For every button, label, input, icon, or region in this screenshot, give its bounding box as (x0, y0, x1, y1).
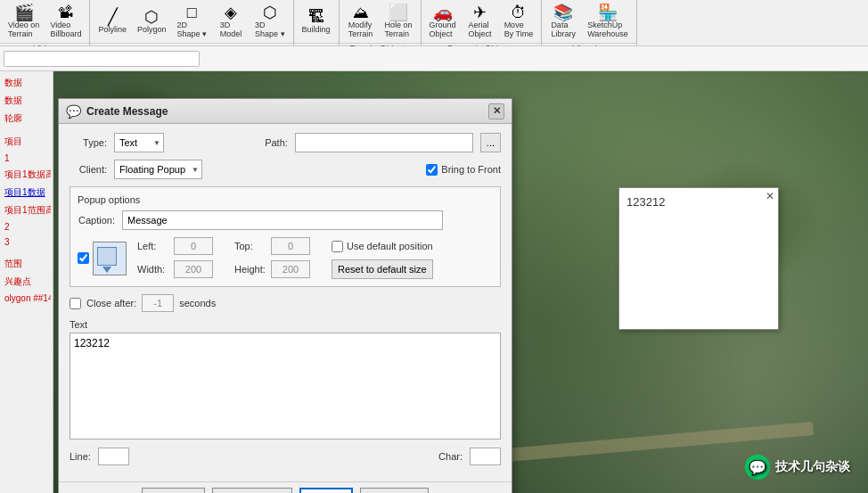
toolbar-section-building: 🏗 Building (294, 0, 340, 45)
left-label: Left: (137, 241, 168, 251)
path-label: Path: (250, 137, 288, 148)
use-default-checkbox[interactable] (332, 241, 343, 252)
text-input[interactable]: 123212 (70, 333, 501, 440)
height-input[interactable] (271, 260, 310, 278)
dialog-overlay: 💬 Create Message ✕ Type: Text Image Vide… (0, 71, 868, 493)
browse-button[interactable]: ... (480, 133, 501, 152)
modify-terrain-button[interactable]: ⛰ ModifyTerrain (343, 2, 379, 41)
dialog-title-icon: 💬 (66, 104, 81, 119)
position-container: Left: Top: Use default position (78, 237, 493, 279)
data-library-button[interactable]: 📚 DataLibrary (545, 2, 581, 41)
height-label: Height: (234, 264, 266, 275)
dialog-title-text: Create Message (86, 105, 168, 118)
client-label: Client: (70, 164, 107, 175)
caption-label: Caption: (78, 215, 115, 226)
polygon-button[interactable]: ⬡ Polygon (133, 6, 171, 37)
left-top-row: Left: Top: Use default position (137, 237, 493, 255)
building-icon: 🏗 (308, 9, 324, 25)
preview-button[interactable]: Preview... (212, 488, 292, 493)
move-by-time-button[interactable]: ⏱ MoveBy Time (500, 2, 538, 41)
ok-button[interactable]: OK (299, 488, 354, 493)
cancel-button[interactable]: Cancel (360, 488, 428, 493)
bring-to-front-label[interactable]: Bring to Front (426, 164, 501, 176)
close-after-label: Close after: (86, 298, 136, 308)
secondary-toolbar: Polygon Properties (0, 46, 868, 71)
3d-model-icon: ◈ (225, 4, 237, 21)
ground-object-icon: 🚗 (433, 4, 453, 21)
top-label: Top: (234, 241, 266, 251)
aerial-object-button[interactable]: ✈ AerialObject (463, 2, 498, 41)
reset-button[interactable]: Reset (142, 488, 205, 493)
text-section-title: Text (70, 319, 501, 330)
bring-to-front-text: Bring to Front (441, 164, 501, 175)
dialog-buttons: Reset Preview... OK Cancel (59, 481, 512, 493)
caption-input[interactable] (122, 210, 443, 230)
client-select[interactable]: Floating Popup Browser Custom (114, 160, 202, 179)
toolbar-section-drawing: ╱ Polyline ⬡ Polygon □ 2DShape ▾ ◈ 3DMod… (90, 0, 293, 45)
3d-shape-icon: ⬡ (263, 4, 277, 21)
width-label: Width: (137, 264, 168, 275)
close-after-input[interactable] (142, 294, 174, 312)
toolbar-section-libraries: 📚 DataLibrary 🏪 SketchUpWarehouse Librar… (542, 0, 637, 45)
data-library-icon: 📚 (553, 4, 573, 21)
bring-to-front-checkbox[interactable] (426, 164, 438, 176)
3d-model-button[interactable]: ◈ 3DModel (213, 2, 249, 41)
building-section-label (294, 43, 339, 45)
aerial-object-icon: ✈ (473, 4, 487, 21)
popup-show-checkbox[interactable] (78, 252, 89, 264)
line-label: Line: (70, 451, 91, 462)
text-area-wrapper: 123212 (70, 333, 501, 442)
drawing-section-label (90, 43, 292, 45)
width-input[interactable] (174, 260, 213, 278)
width-height-row: Width: Height: Reset to default size (137, 259, 493, 279)
hole-on-terrain-button[interactable]: ⬜ Hole onTerrain (381, 2, 417, 41)
dialog-title-left: 💬 Create Message (66, 104, 168, 119)
line-char-row: Line: Char: (70, 448, 501, 465)
ground-object-button[interactable]: 🚗 GroundObject (425, 2, 461, 41)
type-select[interactable]: Text Image Video (114, 133, 164, 152)
create-message-dialog: 💬 Create Message ✕ Type: Text Image Vide… (58, 98, 512, 493)
video-on-terrain-button[interactable]: 🎬 Video onTerrain (4, 2, 44, 41)
dialog-close-button[interactable]: ✕ (488, 103, 504, 119)
use-default-text: Use default position (347, 241, 433, 251)
video-billboard-button[interactable]: 📽 VideoBillboard (45, 2, 86, 41)
main-toolbar: 🎬 Video onTerrain 📽 VideoBillboard Video… (0, 0, 868, 46)
3d-shape-button[interactable]: ⬡ 3DShape ▾ (250, 2, 290, 41)
dialog-titlebar[interactable]: 💬 Create Message ✕ (59, 99, 512, 124)
line-input[interactable] (98, 448, 129, 465)
main-area: 数据 数据 轮廓 项目 1 项目1数据高 项目1数据 项目1范围高 2 3 范围… (0, 71, 868, 493)
path-input[interactable] (295, 133, 473, 152)
move-by-time-icon: ⏱ (511, 4, 527, 21)
polygon-properties-input[interactable]: Polygon Properties (4, 51, 200, 67)
position-fields: Left: Top: Use default position (137, 237, 493, 279)
type-path-row: Type: Text Image Video Path: ... (70, 133, 501, 152)
char-label: Char: (438, 451, 463, 462)
caption-row: Caption: (78, 210, 493, 230)
2d-shape-icon: □ (187, 4, 197, 21)
top-input[interactable] (271, 237, 310, 255)
seconds-label: seconds (179, 298, 216, 308)
client-row: Client: Floating Popup Browser Custom Br… (70, 160, 501, 179)
close-after-row: Close after: seconds (70, 294, 501, 312)
modify-terrain-icon: ⛰ (353, 4, 369, 21)
polyline-button[interactable]: ╱ Polyline (94, 6, 131, 37)
2d-shape-button[interactable]: □ 2DShape ▾ (172, 2, 211, 41)
video-billboard-icon: 📽 (58, 4, 74, 21)
polygon-icon: ⬡ (144, 9, 159, 25)
sketchup-icon: 🏪 (598, 4, 618, 21)
toolbar-section-dynamic: 🚗 GroundObject ✈ AerialObject ⏱ MoveBy T… (422, 0, 543, 45)
close-after-checkbox[interactable] (70, 298, 81, 309)
type-label: Type: (70, 137, 107, 148)
left-input[interactable] (174, 237, 213, 255)
reset-size-button[interactable]: Reset to default size (332, 259, 433, 279)
sketchup-warehouse-button[interactable]: 🏪 SketchUpWarehouse (583, 2, 633, 41)
toolbar-section-terrain: ⛰ ModifyTerrain ⬜ Hole onTerrain Terrain… (340, 0, 422, 45)
char-input[interactable] (470, 448, 501, 465)
popup-options-box: Popup options Caption: (70, 186, 501, 287)
popup-options-title: Popup options (78, 194, 493, 205)
hole-terrain-icon: ⬜ (389, 4, 408, 21)
toolbar-section-video: 🎬 Video onTerrain 📽 VideoBillboard Video (0, 0, 90, 45)
building-button[interactable]: 🏗 Building (298, 6, 335, 37)
use-default-label[interactable]: Use default position (332, 241, 433, 252)
dialog-body: Type: Text Image Video Path: ... (59, 124, 512, 481)
